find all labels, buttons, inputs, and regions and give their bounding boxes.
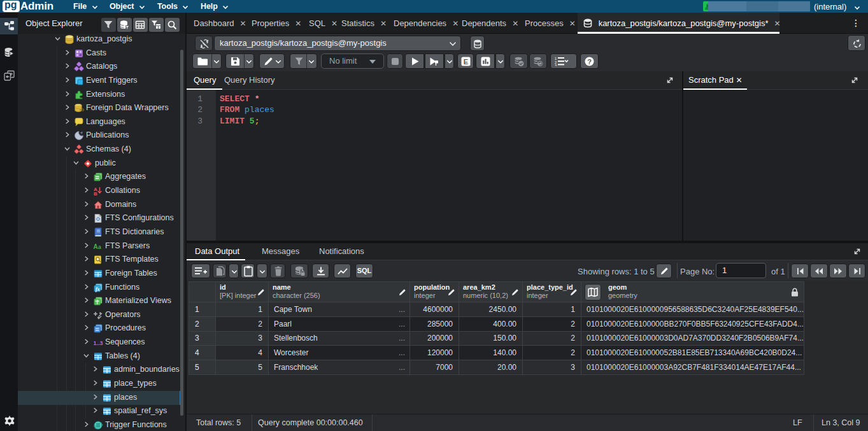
svg-text:3: 3 (555, 64, 557, 67)
svg-text:1..3: 1..3 (94, 340, 103, 346)
svg-text:fx: fx (96, 286, 100, 292)
svg-text:E: E (464, 58, 468, 66)
svg-text:B: B (94, 191, 97, 196)
svg-text:?: ? (587, 58, 592, 66)
svg-text:a: a (98, 244, 101, 250)
svg-text:A: A (94, 243, 98, 250)
